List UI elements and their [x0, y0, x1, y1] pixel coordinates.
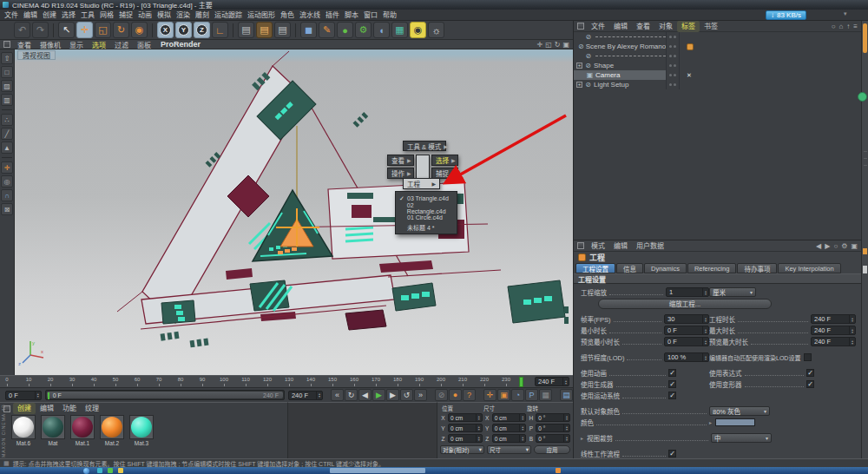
menu-脚本[interactable]: 脚本 [342, 10, 361, 21]
home-icon[interactable]: ⌂ [838, 23, 843, 30]
zoom-icon[interactable]: ◱ [545, 41, 552, 49]
end-frame-field[interactable]: 240 F ▴▾ [288, 391, 323, 400]
value-field[interactable]: 240 F▴▾ [811, 337, 856, 346]
pie-menu-view[interactable]: 查看▶ [387, 155, 414, 166]
tag-cell[interactable]: ✕ [680, 72, 861, 79]
dock-tab-orange[interactable] [863, 248, 867, 254]
material-menu-创建[interactable]: 创建 [13, 403, 36, 414]
spinner-icon[interactable]: ▴▾ [563, 425, 569, 431]
dock-handle[interactable] [863, 23, 867, 53]
menu-渲染[interactable]: 渲染 [174, 10, 193, 21]
settings-icon[interactable]: ⚙ [841, 242, 847, 250]
points-mode[interactable]: ∴ [1, 114, 13, 126]
layer-toggle-dots[interactable] [666, 51, 680, 61]
expand-icon[interactable]: + [576, 63, 582, 69]
pie-menu-project[interactable]: 工程▶ [403, 178, 440, 189]
next-frame-button[interactable]: ▶ [386, 389, 399, 401]
tab-待办事项[interactable]: 待办事项 [737, 263, 777, 273]
om-menu-文件[interactable]: 文件 [587, 21, 609, 32]
timeline-end-field[interactable]: 240 F ▴▾ [535, 377, 569, 386]
toggle-view-icon[interactable]: ▣ [562, 41, 569, 49]
last-used-tool[interactable]: ◉ [131, 22, 148, 38]
render-view[interactable]: ▤ [238, 22, 254, 38]
edges-mode[interactable]: ╱ [1, 128, 13, 140]
spinner-icon[interactable]: ▴▾ [563, 414, 569, 421]
menu-运动图形[interactable]: 运动图形 [245, 10, 278, 21]
model-mode[interactable]: □ [1, 66, 13, 78]
lock-x-axis[interactable]: X [157, 22, 174, 38]
om-menu-标签[interactable]: 标签 [677, 21, 700, 32]
viewport-menu-过滤[interactable]: 过滤 [110, 40, 133, 49]
checkbox[interactable]: ✓ [668, 450, 676, 458]
timeline-ruler[interactable]: 240 F ▴▾ 0102030405060708090100110120130… [0, 375, 573, 388]
record-options-button[interactable]: ? [463, 389, 476, 401]
value-field[interactable]: 1▴▾ [666, 287, 709, 297]
light-tool[interactable]: ☼ [428, 22, 444, 38]
key-position-button[interactable]: ✛ [483, 389, 496, 401]
dock-strip[interactable] [861, 21, 868, 458]
menu-选择[interactable]: 选择 [59, 10, 78, 21]
prorender-menu[interactable]: ProRender [155, 40, 206, 49]
tab-Referencing[interactable]: Referencing [687, 263, 736, 273]
spinner-icon[interactable]: ▴▾ [35, 392, 41, 399]
object-tree-cell[interactable]: +⊘Shape [574, 61, 666, 70]
object-tree-cell[interactable]: ▣Camera [574, 70, 666, 80]
key-rotation-button[interactable]: ◔ [511, 389, 524, 401]
snap[interactable]: ∩ [1, 189, 13, 201]
submenu-item-01 Circle.c4d[interactable]: 01 Circle.c4d [396, 213, 457, 222]
material-Mat.1[interactable]: Mat.1 [69, 415, 95, 446]
submenu-item-02 Rectangle.c4d[interactable]: 02 Rectangle.c4d [396, 203, 457, 213]
value-field[interactable]: 0 F▴▾ [664, 337, 709, 346]
dropdown[interactable]: 厘米▾ [709, 287, 756, 297]
simulate[interactable]: ⚙ [355, 22, 372, 38]
rotate-tool[interactable]: ↻ [113, 22, 129, 38]
environment[interactable]: ▦ [391, 22, 408, 38]
scale-tool[interactable]: ◱ [95, 22, 111, 38]
menu-创建[interactable]: 创建 [40, 10, 59, 21]
live-selection-tool[interactable]: ↖ [58, 22, 75, 38]
om-menu-查看[interactable]: 查看 [632, 21, 654, 32]
make-editable[interactable]: ⇧ [1, 52, 13, 64]
pie-menu-tools-modes[interactable]: 工具 & 模式▶ [403, 141, 446, 151]
material-Mat.6[interactable]: Mat.6 [10, 415, 36, 446]
add-primitive[interactable]: ◼ [300, 22, 317, 38]
panel-icon[interactable] [577, 23, 584, 30]
interaction-tag-icon[interactable] [687, 43, 694, 50]
spinner-icon[interactable]: ▴▾ [702, 288, 708, 296]
material-thumbnail[interactable] [100, 415, 124, 439]
spinner-icon[interactable]: ▴▾ [476, 425, 482, 431]
position-field[interactable]: 0 cm▴▾ [448, 434, 483, 443]
search-icon[interactable]: ○ [832, 23, 836, 30]
panel-icon[interactable] [3, 41, 10, 48]
spinner-icon[interactable]: ▴▾ [562, 378, 569, 385]
pie-menu-selection[interactable]: 选择▶ [431, 155, 458, 166]
up-icon[interactable]: ↑ [846, 23, 850, 30]
spinner-icon[interactable]: ▴▾ [563, 435, 569, 442]
filter-icon[interactable]: ≡ [853, 23, 858, 30]
dropdown[interactable]: 80% 灰色▾ [709, 406, 770, 416]
viewport-menu-摄像机[interactable]: 摄像机 [36, 40, 65, 49]
render-active-view[interactable]: ▤ [256, 22, 273, 38]
menu-雕刻[interactable]: 雕刻 [193, 10, 212, 21]
lock-workplane[interactable]: ⊠ [1, 203, 13, 215]
dock-tab-light[interactable] [863, 266, 867, 273]
size-mode-dropdown[interactable]: 尺寸▾ [487, 445, 531, 454]
timeline-slider-handle[interactable] [47, 392, 283, 398]
viewport[interactable]: y x z [15, 49, 573, 375]
viewport-menu-选项[interactable]: 选项 [88, 40, 110, 49]
viewport-menu-查看[interactable]: 查看 [13, 40, 36, 49]
material-thumbnail[interactable] [70, 415, 95, 439]
submenu-item-未标题 4 *[interactable]: 未标题 4 * [396, 222, 457, 232]
spinner-icon[interactable]: ▴▾ [702, 315, 708, 323]
checkbox[interactable]: ✓ [804, 353, 812, 361]
texture-mode[interactable]: ▨ [1, 80, 13, 92]
add-spline[interactable]: ✎ [319, 22, 335, 38]
object-tree-cell[interactable]: ⊘Scene By Alexey Romanowsky [574, 42, 666, 51]
pan-icon[interactable]: ✛ [536, 41, 542, 49]
key-parameter-button[interactable]: P [525, 389, 538, 401]
camera-tool[interactable]: ◉ [410, 22, 426, 38]
value-field[interactable]: 100 %▴▾ [664, 352, 709, 362]
tab-Key Interpolation[interactable]: Key Interpolation [778, 263, 840, 273]
windows-taskbar[interactable] [0, 467, 868, 474]
tab-信息[interactable]: 信息 [616, 263, 643, 273]
